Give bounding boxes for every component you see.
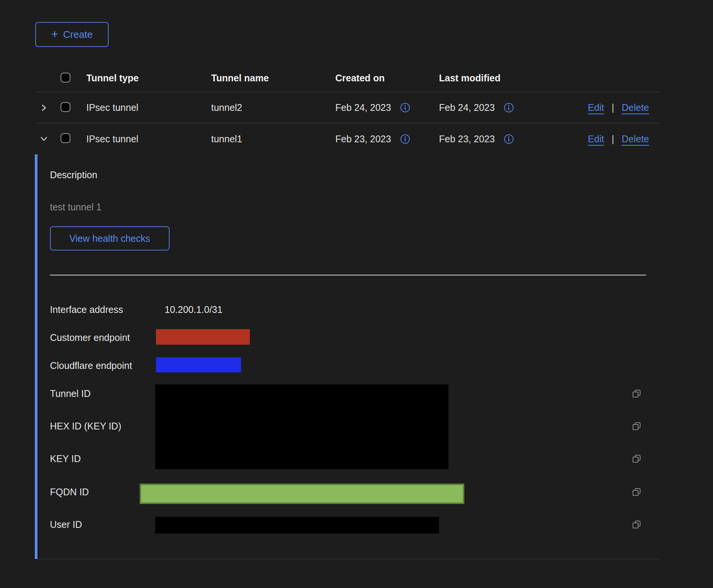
tunnel-name-cell: tunnel2 [211, 102, 335, 113]
info-icon[interactable] [400, 103, 410, 113]
tunnels-page: + Create Tunnel type Tunnel name Created… [0, 0, 713, 588]
user-id-label: User ID [50, 519, 82, 530]
info-icon[interactable] [400, 134, 410, 144]
table-header-row: Tunnel type Tunnel name Created on Last … [36, 64, 660, 92]
cloudflare-endpoint-label: Cloudflare endpoint [50, 360, 132, 371]
expander-cell [36, 103, 61, 113]
customer-endpoint-redacted-value [156, 329, 250, 345]
last-modified-cell: Feb 24, 2023 [439, 102, 545, 113]
hex-id-label: HEX ID (KEY ID) [50, 421, 121, 432]
tunnel-id-label: Tunnel ID [50, 388, 90, 399]
key-id-label: KEY ID [50, 453, 81, 464]
description-label: Description [50, 170, 97, 180]
plus-icon: + [51, 28, 58, 40]
copy-icon [631, 487, 642, 497]
checkbox-cell [61, 102, 86, 114]
link-separator: | [612, 134, 614, 145]
user-id-redacted-value [155, 517, 439, 534]
copy-tunnel-id-button[interactable] [631, 388, 642, 399]
expand-row-button[interactable] [39, 103, 49, 113]
fqdn-id-redacted-value [140, 484, 464, 504]
description-value: test tunnel 1 [50, 202, 101, 213]
table-row: IPsec tunnel tunnel1 Feb 23, 2023 Feb 23… [36, 123, 660, 154]
table-row: IPsec tunnel tunnel2 Feb 24, 2023 Feb 24… [36, 92, 660, 123]
header-last-modified: Last modified [439, 73, 545, 84]
last-modified-cell: Feb 23, 2023 [439, 134, 545, 145]
create-button-label: Create [63, 29, 93, 40]
copy-user-id-button[interactable] [631, 519, 642, 530]
tunnels-table: Tunnel type Tunnel name Created on Last … [36, 64, 660, 559]
link-separator: | [612, 102, 614, 113]
tunnel-detail-panel: Description test tunnel 1 View health ch… [36, 154, 660, 559]
created-date: Feb 23, 2023 [335, 134, 391, 145]
tunnel-type-cell: IPsec tunnel [86, 102, 211, 113]
header-checkbox-cell [61, 73, 86, 84]
edit-link[interactable]: Edit [588, 102, 604, 113]
created-date: Feb 24, 2023 [335, 102, 391, 113]
tunnel-name-cell: tunnel1 [211, 134, 335, 145]
row-actions-cell: Edit | Delete [545, 102, 660, 113]
info-icon[interactable] [504, 103, 514, 113]
copy-hex-id-button[interactable] [631, 421, 642, 431]
copy-icon [631, 453, 642, 464]
interface-address-label: Interface address [50, 304, 123, 315]
copy-icon [631, 519, 642, 530]
delete-link[interactable]: Delete [622, 102, 649, 113]
info-icon[interactable] [504, 134, 514, 144]
created-on-cell: Feb 24, 2023 [335, 102, 439, 113]
checkbox-cell [61, 133, 86, 145]
chevron-right-icon [39, 103, 49, 113]
copy-icon [631, 421, 642, 431]
delete-link[interactable]: Delete [622, 134, 649, 145]
collapse-row-button[interactable] [39, 134, 49, 144]
select-all-checkbox[interactable] [61, 73, 70, 82]
row-checkbox[interactable] [61, 133, 70, 143]
expander-cell [36, 134, 61, 144]
modified-date: Feb 24, 2023 [439, 102, 495, 113]
interface-address-value: 10.200.1.0/31 [165, 304, 223, 315]
expanded-accent-bar [35, 154, 37, 559]
header-created-on: Created on [335, 73, 439, 84]
edit-link[interactable]: Edit [588, 134, 604, 145]
modified-date: Feb 23, 2023 [439, 134, 495, 145]
customer-endpoint-label: Customer endpoint [50, 332, 130, 343]
header-tunnel-name: Tunnel name [211, 73, 335, 84]
create-button[interactable]: + Create [35, 22, 109, 47]
row-checkbox[interactable] [61, 102, 70, 112]
ids-redacted-values [155, 384, 448, 469]
view-health-checks-button[interactable]: View health checks [50, 226, 170, 250]
chevron-down-icon [39, 134, 49, 144]
tunnel-type-cell: IPsec tunnel [86, 134, 211, 145]
copy-icon [631, 388, 642, 399]
cloudflare-endpoint-redacted-value [156, 357, 241, 372]
fqdn-id-label: FQDN ID [50, 487, 89, 498]
created-on-cell: Feb 23, 2023 [335, 134, 439, 145]
copy-fqdn-id-button[interactable] [631, 487, 642, 497]
copy-key-id-button[interactable] [631, 453, 642, 464]
row-actions-cell: Edit | Delete [545, 134, 660, 145]
section-divider [50, 275, 646, 275]
header-tunnel-type: Tunnel type [86, 73, 211, 84]
